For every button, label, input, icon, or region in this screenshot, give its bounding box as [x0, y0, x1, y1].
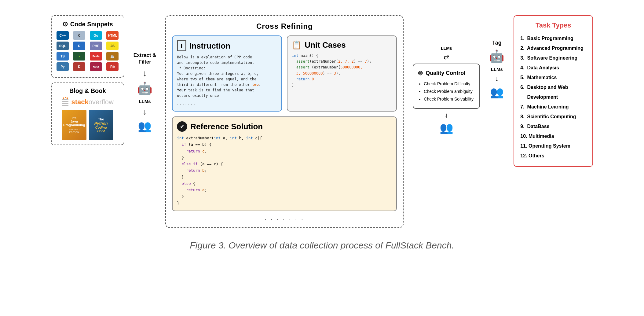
qc-section: LLMs ⇄ ⊛ Quality Control Check Problem D…	[413, 15, 480, 134]
instruction-title: Instruction	[189, 41, 230, 51]
llms-label-left: LLMs	[139, 99, 151, 104]
unit-cases-card: 📋 Unit Cases int main() { assert(extraNu…	[287, 35, 397, 112]
task-type-9: 9. DataBase	[520, 122, 586, 131]
ts-icon: TS	[57, 52, 69, 61]
html-icon: HTML	[106, 31, 119, 40]
github-icon: ⊙	[62, 20, 68, 28]
stackoverflow-logo: stackoverflow	[55, 97, 120, 107]
cross-refining-container: Cross Refining I Instruction Below is a …	[165, 15, 404, 228]
blog-book-title: Blog & Book	[55, 87, 120, 94]
qc-item-1: Check Problem Difficulty	[424, 80, 475, 88]
cpp-icon: C++	[57, 31, 69, 40]
people-tag: 👥	[490, 86, 504, 99]
down-arrow-2: ↓	[143, 107, 147, 117]
go-icon: Go	[90, 31, 102, 40]
unit-cases-icon: 📋	[292, 40, 302, 50]
reference-header: ✔ Reference Solution	[177, 121, 392, 132]
extract-filter-section: Extract &Filter ↓ 🤖 LLMs ↓ 👥	[134, 15, 156, 133]
openai-icon: ⊛	[418, 69, 423, 77]
scala-icon: Scala	[90, 52, 102, 61]
task-type-8: 8. Scientific Computing	[520, 112, 586, 122]
so-bars-svg	[62, 97, 70, 107]
task-type-1: 1. Basic Programming	[520, 34, 586, 43]
qc-header: ⊛ Quality Control	[418, 69, 475, 77]
c-icon: C	[73, 31, 85, 40]
svg-rect-3	[62, 105, 68, 106]
task-type-2: 2. Advanced Programming	[520, 43, 586, 53]
unit-cases-header: 📋 Unit Cases	[292, 40, 392, 50]
extract-filter-label: Extract &Filter	[134, 52, 156, 65]
language-icons-grid: C++ C Go HTML SQL R PHP JS TS ▲ Scala ☕ …	[55, 31, 120, 71]
svg-rect-0	[62, 99, 68, 100]
js-icon: JS	[106, 42, 119, 50]
main-diagram: ⊙ Code Snippets C++ C Go HTML SQL R PHP …	[18, 15, 626, 228]
bottom-dots: . . . . . . .	[172, 215, 397, 221]
bi-arrow: ⇄	[444, 53, 449, 61]
people-right: 👥	[440, 122, 453, 134]
task-type-11: 11. Operating System	[520, 141, 586, 151]
r-icon: R	[73, 42, 85, 50]
down-arrow-tag: ↓	[495, 75, 499, 83]
tag-label: Tag	[492, 40, 502, 46]
down-arrow-1: ↓	[143, 68, 147, 78]
task-type-6: 6. Desktop and Web Development	[520, 83, 586, 102]
task-type-3: 3. Software Engineering	[520, 53, 586, 63]
php-icon: PHP	[90, 42, 102, 50]
python-icon: Py	[57, 62, 69, 71]
checkmark-icon: ✔	[177, 121, 187, 132]
python-book: The Python Coding Boot	[89, 110, 113, 140]
nodejs-icon: ▲	[73, 52, 85, 61]
unit-cases-code: int main() { assert(extraNumber(2, 7, 2)…	[292, 53, 392, 88]
instruction-header: I Instruction	[177, 40, 277, 51]
llm-bot-left: 🤖	[137, 81, 152, 96]
blog-book-box: Blog & Book stackoverflow	[51, 83, 124, 145]
instruction-body: Below is a explanation of CPP code and i…	[177, 54, 277, 98]
ruby-icon: Rb	[106, 62, 119, 71]
quality-control-box: ⊛ Quality Control Check Problem Difficul…	[413, 64, 480, 109]
java-icon: ☕	[106, 52, 119, 61]
so-text: stackoverflow	[71, 98, 114, 106]
task-types-list: 1. Basic Programming 2. Advanced Program…	[520, 34, 586, 161]
java-book: Pro Java Programming SECOND EDITION	[62, 110, 86, 140]
books-row: Pro Java Programming SECOND EDITION The …	[55, 110, 120, 140]
llms-label-right: LLMs	[491, 67, 503, 72]
rust-icon: Rust	[90, 62, 102, 71]
code-snippets-box: ⊙ Code Snippets C++ C Go HTML SQL R PHP …	[51, 15, 124, 78]
center-panel: Cross Refining I Instruction Below is a …	[165, 15, 404, 228]
code-snippets-title: ⊙ Code Snippets	[55, 20, 120, 28]
sql-icon: SQL	[57, 42, 69, 50]
qc-title: Quality Control	[426, 70, 465, 76]
cross-refining-title: Cross Refining	[172, 22, 397, 31]
people-left: 👥	[138, 120, 152, 133]
top-cards: I Instruction Below is a explanation of …	[172, 35, 397, 112]
task-types-title: Task Types	[520, 21, 586, 29]
svg-rect-4	[63, 97, 64, 99]
reference-title: Reference Solution	[190, 122, 263, 131]
llms-label-qc: LLMs	[441, 46, 452, 51]
tag-bot: 🤖	[489, 49, 504, 64]
d-icon: D	[73, 62, 85, 71]
task-type-4: 4. Data Analysis	[520, 63, 586, 73]
qc-list: Check Problem Difficulty Check Problem a…	[418, 80, 475, 103]
tag-right-section: Tag 🤖 LLMs ↓ 👥	[489, 15, 504, 99]
task-type-12: 12. Others	[520, 151, 586, 161]
reference-code: int extraNumber(int a, int b, int c){ if…	[177, 135, 392, 206]
svg-rect-6	[66, 97, 68, 99]
instruction-dots: .......	[177, 100, 277, 107]
task-type-10: 10. Multimedia	[520, 131, 586, 141]
svg-rect-5	[64, 97, 66, 98]
unit-cases-title: Unit Cases	[305, 40, 346, 50]
reference-card: ✔ Reference Solution int extraNumber(int…	[172, 116, 397, 211]
qc-item-2: Check Problem ambiguity	[424, 88, 475, 95]
instruction-icon: I	[177, 40, 186, 51]
task-type-5: 5. Mathematics	[520, 73, 586, 83]
figure-caption: Figure 3. Overview of data collection pr…	[190, 240, 454, 251]
down-arrow-qc: ↓	[445, 111, 448, 119]
instruction-card: I Instruction Below is a explanation of …	[172, 35, 282, 112]
svg-rect-2	[62, 103, 68, 104]
qc-item-3: Check Problem Solvability	[424, 95, 475, 103]
task-types-box: Task Types 1. Basic Programming 2. Advan…	[514, 15, 593, 167]
right-panel: Task Types 1. Basic Programming 2. Advan…	[514, 15, 593, 167]
left-panel: ⊙ Code Snippets C++ C Go HTML SQL R PHP …	[51, 15, 124, 145]
svg-rect-1	[62, 101, 68, 102]
